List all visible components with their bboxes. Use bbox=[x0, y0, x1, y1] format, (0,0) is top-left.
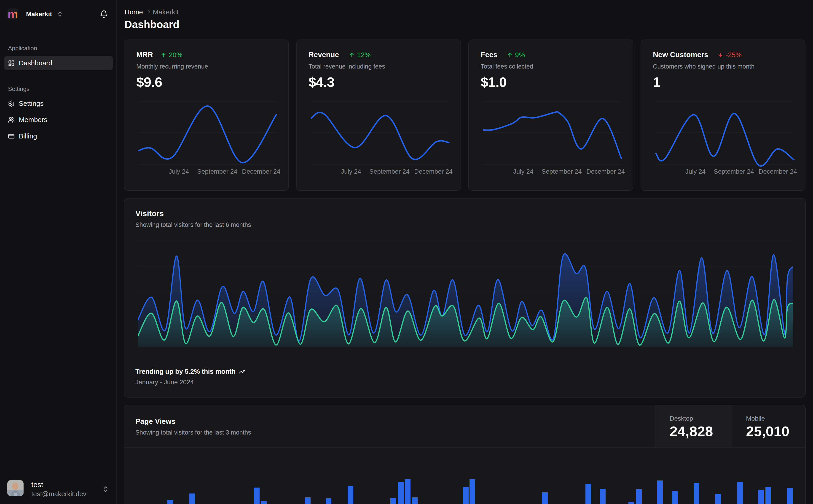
svg-text:m: m bbox=[8, 8, 18, 19]
